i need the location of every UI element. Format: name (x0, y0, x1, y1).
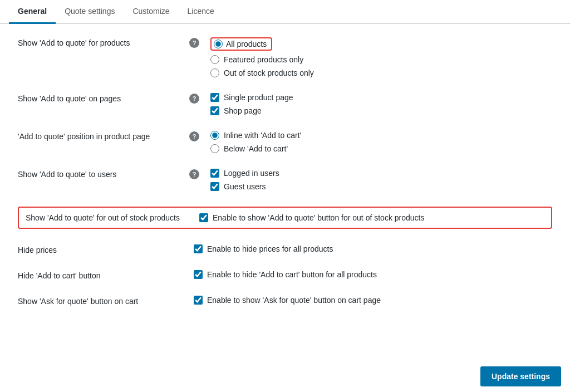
ask-for-quote-label: Show 'Ask for quote' button on cart (18, 296, 185, 306)
featured-products-label: Featured products only (224, 55, 303, 64)
out-of-stock-products-radio[interactable] (210, 68, 219, 77)
hide-prices-checkbox[interactable] (194, 244, 203, 253)
shop-page-checkbox[interactable] (210, 106, 219, 115)
all-products-radio[interactable] (214, 40, 223, 48)
hide-prices-setting-row: Hide prices Enable to hide prices for al… (18, 244, 552, 254)
inline-add-to-cart-label: Inline with 'Add to cart' (224, 131, 301, 140)
all-products-option[interactable]: All products (210, 37, 314, 51)
users-help-icon[interactable]: ? (189, 169, 199, 179)
footer-bar: Update settings (471, 361, 570, 392)
products-label-wrapper: Show 'Add to quote' for products ? (18, 37, 202, 48)
position-help-icon[interactable]: ? (189, 131, 199, 141)
out-of-stock-control-label: Enable to show 'Add to quote' button for… (213, 213, 424, 222)
update-settings-button[interactable]: Update settings (480, 366, 561, 386)
position-label: 'Add to quote' position in product page (18, 131, 185, 141)
hide-cart-option[interactable]: Enable to hide 'Add to cart' button for … (194, 270, 377, 279)
products-control: All products Featured products only Out … (210, 37, 314, 77)
tab-customize[interactable]: Customize (124, 0, 178, 24)
out-of-stock-option[interactable]: Enable to show 'Add to quote' button for… (199, 213, 424, 222)
featured-products-radio[interactable] (210, 55, 219, 64)
hide-cart-setting-row: Hide 'Add to cart' button Enable to hide… (18, 270, 552, 280)
pages-setting-row: Show 'Add to quote' on pages ? Single pr… (18, 93, 552, 115)
single-product-page-label: Single product page (224, 93, 293, 102)
single-product-page-option[interactable]: Single product page (210, 93, 293, 102)
inline-add-to-cart-option[interactable]: Inline with 'Add to cart' (210, 131, 301, 140)
guest-users-label: Guest users (224, 182, 266, 191)
hide-prices-control-label: Enable to hide prices for all products (207, 244, 333, 253)
pages-label: Show 'Add to quote' on pages (18, 93, 185, 103)
ask-for-quote-control-label: Enable to show 'Ask for quote' button on… (207, 296, 381, 305)
ask-for-quote-setting-row: Show 'Ask for quote' button on cart Enab… (18, 296, 552, 306)
below-add-to-cart-radio[interactable] (210, 144, 219, 153)
pages-label-wrapper: Show 'Add to quote' on pages ? (18, 93, 202, 104)
hide-prices-option[interactable]: Enable to hide prices for all products (194, 244, 333, 253)
hide-cart-control-label: Enable to hide 'Add to cart' button for … (207, 270, 377, 279)
ask-for-quote-checkbox[interactable] (194, 296, 203, 305)
logged-in-users-option[interactable]: Logged in users (210, 169, 279, 178)
tab-general[interactable]: General (9, 0, 56, 24)
hide-cart-label: Hide 'Add to cart' button (18, 270, 185, 280)
shop-page-label: Shop page (224, 106, 262, 115)
users-setting-row: Show 'Add to quote' to users ? Logged in… (18, 169, 552, 191)
pages-help-icon[interactable]: ? (189, 94, 199, 104)
tabs-bar: General Quote settings Customize Licence (0, 0, 570, 24)
logged-in-users-label: Logged in users (224, 169, 279, 178)
logged-in-users-checkbox[interactable] (210, 169, 219, 178)
products-label: Show 'Add to quote' for products (18, 37, 185, 47)
products-help-icon[interactable]: ? (189, 38, 199, 48)
position-setting-row: 'Add to quote' position in product page … (18, 131, 552, 153)
ask-for-quote-option[interactable]: Enable to show 'Ask for quote' button on… (194, 296, 381, 305)
shop-page-option[interactable]: Shop page (210, 106, 293, 115)
all-products-label: All products (226, 40, 267, 48)
out-of-stock-setting-row: Show 'Add to quote' for out of stock pro… (18, 207, 552, 229)
guest-users-option[interactable]: Guest users (210, 182, 279, 191)
guest-users-checkbox[interactable] (210, 182, 219, 191)
below-add-to-cart-option[interactable]: Below 'Add to cart' (210, 144, 301, 153)
out-of-stock-products-option[interactable]: Out of stock products only (210, 68, 314, 77)
users-label-wrapper: Show 'Add to quote' to users ? (18, 169, 202, 179)
tab-quote-settings[interactable]: Quote settings (56, 0, 124, 24)
single-product-page-checkbox[interactable] (210, 93, 219, 102)
below-add-to-cart-label: Below 'Add to cart' (224, 144, 288, 153)
featured-products-option[interactable]: Featured products only (210, 55, 314, 64)
users-label: Show 'Add to quote' to users (18, 169, 185, 179)
users-control: Logged in users Guest users (210, 169, 279, 191)
all-products-highlighted: All products (210, 37, 272, 51)
tab-licence[interactable]: Licence (179, 0, 223, 24)
out-of-stock-products-label: Out of stock products only (224, 68, 314, 77)
hide-cart-checkbox[interactable] (194, 270, 203, 279)
out-of-stock-label: Show 'Add to quote' for out of stock pro… (26, 213, 193, 222)
page-wrapper: General Quote settings Customize Licence… (0, 0, 570, 392)
pages-control: Single product page Shop page (210, 93, 293, 115)
out-of-stock-checkbox[interactable] (199, 213, 208, 222)
inline-add-to-cart-radio[interactable] (210, 131, 219, 140)
settings-area: Show 'Add to quote' for products ? All p… (0, 24, 570, 335)
position-control: Inline with 'Add to cart' Below 'Add to … (210, 131, 301, 153)
products-setting-row: Show 'Add to quote' for products ? All p… (18, 37, 552, 77)
hide-prices-label: Hide prices (18, 244, 185, 254)
position-label-wrapper: 'Add to quote' position in product page … (18, 131, 202, 141)
